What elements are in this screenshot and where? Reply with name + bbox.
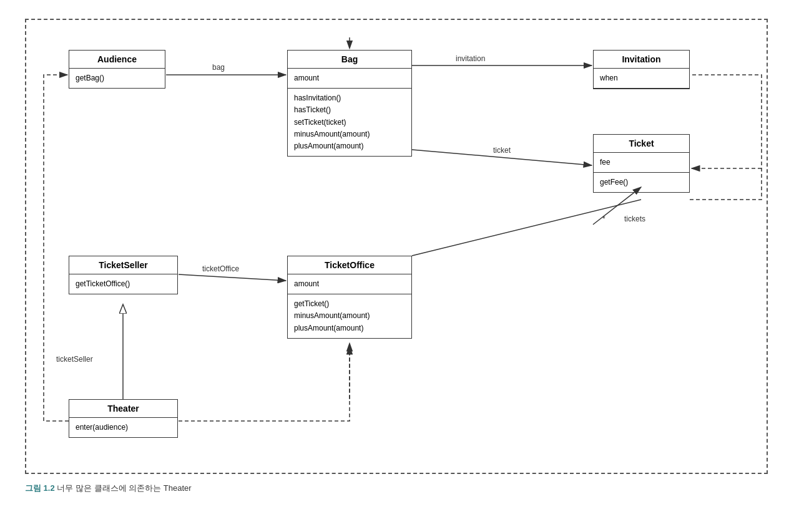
ticket-header: Ticket xyxy=(594,135,689,153)
class-audience: Audience getBag() xyxy=(69,50,165,89)
class-ticketseller: TicketSeller getTicketOffice() xyxy=(69,256,178,294)
ticketoffice-header: TicketOffice xyxy=(288,256,411,274)
invitation-header: Invitation xyxy=(594,51,689,69)
class-theater: Theater enter(audience) xyxy=(69,399,178,438)
class-bag: Bag amount hasInvitation() hasTicket() s… xyxy=(287,50,412,157)
ticketoffice-methods: getTicket() minusAmount(amount) plusAmou… xyxy=(288,294,411,338)
caption: 그림 1.2 너무 많은 클래스에 의존하는 Theater xyxy=(25,483,192,494)
audience-methods: getBag() xyxy=(69,69,165,88)
bag-methods: hasInvitation() hasTicket() setTicket(ti… xyxy=(288,89,411,156)
class-invitation: Invitation when xyxy=(593,50,690,89)
ticketseller-header: TicketSeller xyxy=(69,256,177,274)
ticketseller-methods: getTicketOffice() xyxy=(69,274,177,294)
bag-attrs: amount xyxy=(288,69,411,89)
diagram-container: Audience getBag() Bag amount hasInvitati… xyxy=(19,12,780,505)
ticketoffice-attrs: amount xyxy=(288,274,411,294)
ticket-attrs: fee xyxy=(594,153,689,173)
caption-figure: 그림 1.2 xyxy=(25,483,55,493)
bag-header: Bag xyxy=(288,51,411,69)
invitation-attrs: when xyxy=(594,69,689,89)
theater-header: Theater xyxy=(69,400,177,418)
audience-header: Audience xyxy=(69,51,165,69)
class-ticket: Ticket fee getFee() xyxy=(593,134,690,193)
class-ticketoffice: TicketOffice amount getTicket() minusAmo… xyxy=(287,256,412,339)
theater-methods: enter(audience) xyxy=(69,418,177,437)
ticket-methods: getFee() xyxy=(594,173,689,192)
caption-text: 너무 많은 클래스에 의존하는 Theater xyxy=(55,483,192,493)
